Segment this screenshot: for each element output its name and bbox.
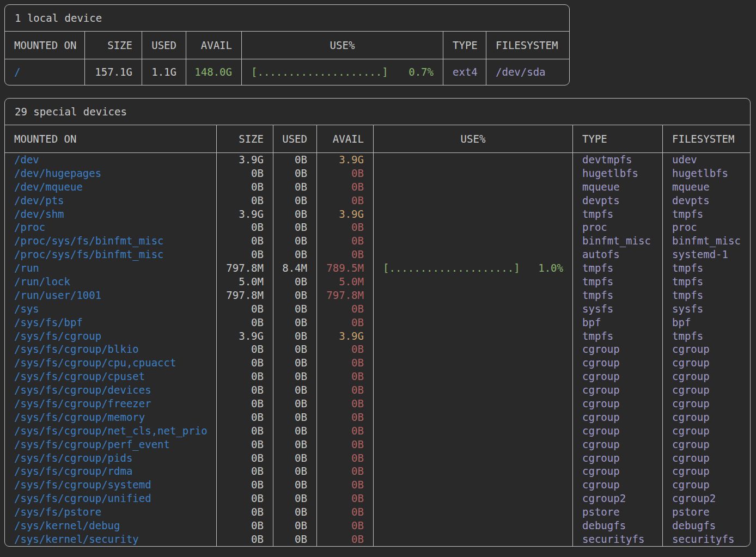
use-percent-cell	[374, 492, 573, 505]
avail-value: 0B	[317, 492, 374, 505]
use-percent-cell	[374, 207, 573, 221]
size-value: 0B	[217, 302, 273, 316]
mount-point-value: /dev/hugepages	[5, 167, 217, 180]
size-value: 0B	[217, 248, 273, 261]
use-percent-cell: [....................] 0.7%	[242, 59, 443, 85]
used-value: 0B	[273, 424, 317, 438]
size-value: 0B	[217, 411, 273, 424]
col-header-type: TYPE	[443, 32, 486, 59]
mount-point-value: /sys/fs/cgroup/net_cls,net_prio	[5, 424, 217, 438]
mount-point-value: /dev/pts	[5, 194, 217, 207]
avail-value: 0B	[317, 234, 374, 248]
size-value: 0B	[217, 397, 273, 411]
mount-point-value: /dev/mqueue	[5, 180, 217, 194]
used-value: 0B	[273, 451, 317, 465]
used-value: 0B	[273, 532, 317, 546]
filesystem-value: debugfs	[663, 519, 750, 532]
type-value: cgroup	[573, 370, 663, 383]
table-row: /sys/fs/cgroup/blkio 0B 0B 0B cgroup cgr…	[5, 342, 750, 356]
filesystem-value: proc	[663, 221, 750, 234]
local-devices-body: / 157.1G 1.1G 148.0G [..................…	[5, 59, 569, 85]
used-value: 0B	[273, 275, 317, 289]
type-value: cgroup	[573, 478, 663, 492]
col-header-filesystem: FILESYSTEM	[486, 32, 569, 59]
type-value: tmpfs	[573, 329, 663, 343]
avail-value: 0B	[317, 356, 374, 370]
size-value: 0B	[217, 424, 273, 438]
type-value: bpf	[573, 316, 663, 329]
filesystem-value: cgroup	[663, 451, 750, 465]
mount-point-value: /sys/fs/bpf	[5, 316, 217, 329]
used-value: 0B	[273, 505, 317, 519]
use-percent-cell	[374, 370, 573, 383]
table-row: /sys/fs/cgroup/cpuset 0B 0B 0B cgroup cg…	[5, 370, 750, 383]
used-value: 0B	[273, 464, 317, 478]
filesystem-value: securityfs	[663, 532, 750, 546]
avail-value: 0B	[317, 370, 374, 383]
filesystem-value: cgroup	[663, 370, 750, 383]
type-value: cgroup	[573, 356, 663, 370]
mount-point-value: /dev	[5, 153, 217, 167]
type-value: binfmt_misc	[573, 234, 663, 248]
table-row: /sys/fs/cgroup/pids 0B 0B 0B cgroup cgro…	[5, 451, 750, 465]
table-row: /sys/fs/cgroup/freezer 0B 0B 0B cgroup c…	[5, 397, 750, 411]
special-devices-title: 29 special devices	[5, 99, 750, 125]
mount-point-value: /sys/fs/cgroup/rdma	[5, 464, 217, 478]
used-value: 0B	[273, 234, 317, 248]
use-percent-cell	[374, 342, 573, 356]
filesystem-value: udev	[663, 153, 750, 167]
used-value: 0B	[273, 492, 317, 505]
type-value: cgroup	[573, 451, 663, 465]
avail-value: 0B	[317, 342, 374, 356]
filesystem-value: cgroup	[663, 411, 750, 424]
use-percent-cell	[374, 424, 573, 438]
use-percent-cell	[374, 167, 573, 180]
special-devices-body: /dev 3.9G 0B 3.9G devtmpfs udev /dev/hug…	[5, 153, 750, 546]
table-row: /run/user/1001 797.8M 0B 797.8M tmpfs tm…	[5, 289, 750, 302]
usage-bar: [....................]	[251, 59, 388, 85]
filesystem-value: binfmt_misc	[663, 234, 750, 248]
used-value: 0B	[273, 248, 317, 261]
type-value: devpts	[573, 194, 663, 207]
special-devices-header-row: MOUNTED ON SIZE USED AVAIL USE% TYPE FIL…	[5, 125, 750, 153]
mount-point-value: /sys/fs/cgroup/unified	[5, 492, 217, 505]
size-value: 0B	[217, 342, 273, 356]
local-devices-header-row: MOUNTED ON SIZE USED AVAIL USE% TYPE FIL…	[5, 32, 569, 59]
avail-value: 148.0G	[186, 59, 242, 85]
mount-point-value: /sys/fs/cgroup/memory	[5, 411, 217, 424]
size-value: 3.9G	[217, 153, 273, 167]
mount-point-value: /sys	[5, 302, 217, 316]
mount-point-value: /run/lock	[5, 275, 217, 289]
avail-value: 0B	[317, 248, 374, 261]
type-value: cgroup	[573, 464, 663, 478]
table-row: /proc/sys/fs/binfmt_misc 0B 0B 0B binfmt…	[5, 234, 750, 248]
table-row: /dev 3.9G 0B 3.9G devtmpfs udev	[5, 153, 750, 167]
col-header-mounted-on: MOUNTED ON	[5, 32, 85, 59]
avail-value: 0B	[317, 451, 374, 465]
filesystem-value: pstore	[663, 505, 750, 519]
use-percent-cell	[374, 180, 573, 194]
mount-point-value: /sys/fs/cgroup/pids	[5, 451, 217, 465]
used-value: 0B	[273, 383, 317, 397]
col-header-size: SIZE	[217, 125, 273, 152]
use-percent-cell	[374, 302, 573, 316]
type-value: autofs	[573, 248, 663, 261]
table-row: /dev/mqueue 0B 0B 0B mqueue mqueue	[5, 180, 750, 194]
terminal-output: 1 local device MOUNTED ON SIZE USED AVAI…	[0, 0, 756, 551]
table-row: /sys/kernel/security 0B 0B 0B securityfs…	[5, 532, 750, 546]
size-value: 797.8M	[217, 261, 273, 275]
avail-value: 0B	[317, 411, 374, 424]
avail-value: 0B	[317, 424, 374, 438]
filesystem-value: systemd-1	[663, 248, 750, 261]
avail-value: 0B	[317, 532, 374, 546]
table-row: /sys/kernel/debug 0B 0B 0B debugfs debug…	[5, 519, 750, 532]
size-value: 3.9G	[217, 329, 273, 343]
col-header-mounted-on: MOUNTED ON	[5, 125, 217, 152]
use-percent-cell	[374, 438, 573, 451]
usage-percent-value: 1.0%	[538, 261, 563, 275]
usage-bar: [....................]	[383, 261, 520, 275]
size-value: 3.9G	[217, 207, 273, 221]
avail-value: 0B	[317, 397, 374, 411]
size-value: 0B	[217, 316, 273, 329]
type-value: devtmpfs	[573, 153, 663, 167]
